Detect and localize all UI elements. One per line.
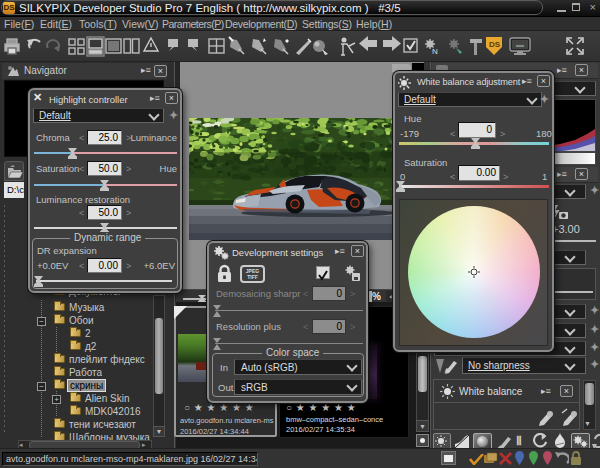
svg-text:N: N [432,47,438,56]
svg-text:DS: DS [489,40,501,49]
